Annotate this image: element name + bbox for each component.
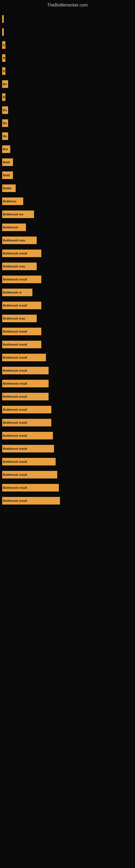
bar-row: Bottleneck result [0, 468, 135, 481]
bar-row: Bottl [0, 156, 135, 169]
bar-row: Bottleneck result [0, 429, 135, 442]
bar-row: Bottleneck result [0, 325, 135, 338]
bar-row: Bottleneck result [0, 247, 135, 260]
bottleneck-bar[interactable]: Bottleneck resu [2, 237, 37, 244]
bottleneck-bar[interactable]: Bottleneck result [2, 432, 53, 439]
bottleneck-bar[interactable]: Bottleneck result [2, 393, 49, 400]
bar-row: B [0, 65, 135, 78]
bottleneck-bar[interactable]: Bottleneck result [2, 471, 57, 478]
bar-row: Bottleneck resu [0, 260, 135, 273]
bar-row: Bottleneck result [0, 416, 135, 429]
bar-row: B [0, 91, 135, 104]
bars-container: EBBBoBBoBoBoBotBottlBottlBottleBottlenec… [0, 10, 135, 507]
bottleneck-bar[interactable]: Bottleneck result [2, 458, 56, 465]
bottleneck-bar[interactable]: Bottleneck result [2, 341, 41, 348]
bottleneck-bar[interactable]: Bottleneck result [2, 445, 54, 453]
bottleneck-bar[interactable]: Bottleneck result [2, 497, 60, 504]
bottleneck-bar[interactable]: Bottleneck result [2, 250, 41, 257]
bottleneck-bar[interactable] [2, 28, 4, 36]
page-wrapper: TheBottlenecker.com EBBBoBBoBoBoBotBottl… [0, 0, 135, 868]
bar-row: Bottleneck result [0, 273, 135, 286]
bar-row: Bottl [0, 169, 135, 182]
bar-row: B [0, 52, 135, 65]
bottleneck-bar[interactable]: Bottleneck result [2, 380, 49, 388]
bottleneck-bar[interactable]: Bottleneck result [2, 367, 49, 374]
bottleneck-bar[interactable]: Bottleneck result [2, 302, 41, 309]
bar-row: Bottleneck res [0, 208, 135, 221]
bottleneck-bar[interactable]: Bot [2, 145, 10, 153]
bottleneck-bar[interactable]: Bottleneck result [2, 354, 46, 361]
bar-row: Bo [0, 117, 135, 130]
bottleneck-bar[interactable]: Bottl [2, 158, 13, 166]
bottleneck-bar[interactable]: Bottl [2, 172, 13, 179]
bottleneck-bar[interactable]: Bottleneck result [2, 419, 51, 426]
bar-row: Bottleneck result [0, 364, 135, 377]
site-title: TheBottlenecker.com [0, 0, 135, 10]
bar-row: Bottleneck resu [0, 312, 135, 325]
bar-row: Bottleneck result [0, 338, 135, 351]
bar-row: Bottleneck result [0, 403, 135, 416]
bar-row: Bottleneck result [0, 390, 135, 403]
bar-row: Bottle [0, 182, 135, 195]
bottleneck-bar[interactable]: Bo [2, 119, 8, 127]
bar-row: Bo [0, 130, 135, 143]
bar-row: Bottleneck result [0, 377, 135, 390]
bottleneck-bar[interactable]: Bottleneck result [2, 406, 51, 413]
bottleneck-bar[interactable]: B [2, 54, 5, 62]
bar-row: Bottleneck result [0, 455, 135, 468]
bottleneck-bar[interactable]: Bottleneck result [2, 276, 41, 283]
bar-row: Bottleneck resu [0, 234, 135, 247]
bottleneck-bar[interactable] [2, 15, 4, 23]
bar-row [0, 26, 135, 38]
bottleneck-bar[interactable]: Bottleneck resu [2, 315, 37, 322]
bottleneck-bar[interactable]: Bottleneck re [2, 289, 32, 296]
bar-row: Bottlenec [0, 195, 135, 208]
bottleneck-bar[interactable]: Bottleneck [2, 223, 26, 231]
bar-row: Bo [0, 104, 135, 117]
bottleneck-bar[interactable]: Bottlenec [2, 197, 23, 205]
bar-row: Bottleneck result [0, 494, 135, 507]
bar-row: Bottleneck result [0, 351, 135, 364]
bottleneck-bar[interactable]: Bo [2, 106, 8, 114]
bottleneck-bar[interactable]: Bottle [2, 184, 16, 192]
bar-row: Bottleneck result [0, 299, 135, 312]
bottleneck-bar[interactable]: E [2, 41, 5, 49]
bar-row: Bottleneck re [0, 286, 135, 299]
bar-row: Bottleneck [0, 221, 135, 234]
bottleneck-bar[interactable]: Bottleneck result [2, 328, 41, 335]
bar-row: Bo [0, 78, 135, 91]
bottleneck-bar[interactable]: B [2, 93, 5, 101]
bottleneck-bar[interactable]: Bottleneck res [2, 211, 34, 218]
bar-row: E [0, 38, 135, 52]
bar-row [0, 12, 135, 26]
bottleneck-bar[interactable]: Bo [2, 80, 8, 88]
bar-row: Bottleneck result [0, 442, 135, 455]
bar-row: Bottleneck result [0, 481, 135, 494]
bottleneck-bar[interactable]: Bottleneck resu [2, 262, 37, 270]
bar-row: Bot [0, 143, 135, 156]
bottleneck-bar[interactable]: Bo [2, 132, 8, 140]
bottleneck-bar[interactable]: B [2, 67, 5, 75]
bottleneck-bar[interactable]: Bottleneck result [2, 484, 59, 492]
